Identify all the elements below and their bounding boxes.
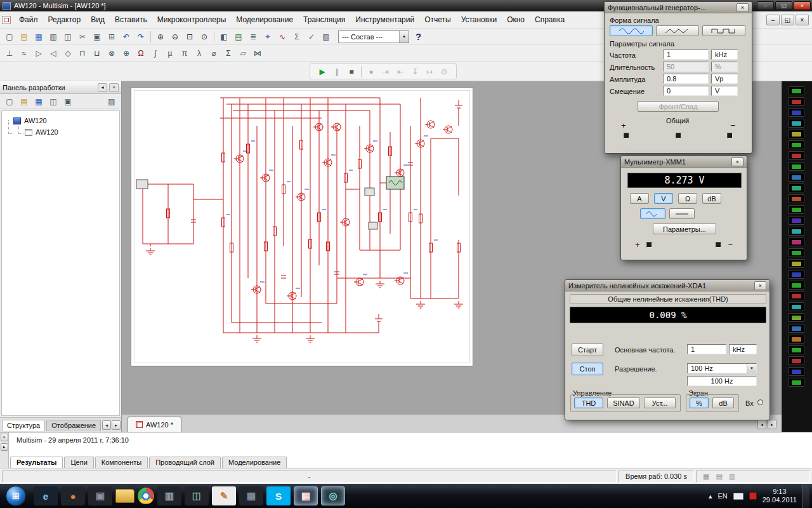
spreadsheet-icon[interactable]: ▤ — [232, 30, 246, 43]
place-basic-icon[interactable]: ≈ — [17, 47, 31, 60]
mdi-restore-button[interactable]: ◱ — [781, 15, 794, 25]
postprocessor-icon[interactable]: Σ — [290, 30, 304, 43]
place-analog-icon[interactable]: ◇ — [61, 47, 75, 60]
spreadsheet-expand-icon[interactable]: ▸ — [1, 443, 8, 451]
place-hierarchical-icon[interactable]: ▱ — [236, 47, 250, 60]
explorer-folder-icon[interactable] — [115, 489, 134, 503]
fundamental-freq-unit[interactable]: kHz — [729, 344, 757, 354]
square-wave-button[interactable] — [702, 25, 745, 36]
breakpoint-icon[interactable]: ⊙ — [437, 65, 451, 78]
instrument-icon[interactable] — [789, 140, 804, 149]
place-transistor-icon[interactable]: ◁ — [46, 47, 60, 60]
place-misc-icon[interactable]: µ — [163, 47, 177, 60]
tray-expand-icon[interactable]: ▴ — [709, 492, 712, 500]
step-into-icon[interactable]: ⇥ — [379, 65, 393, 78]
resolution-dropdown-arrow-icon[interactable]: ▾ — [747, 364, 756, 373]
instrument-icon[interactable] — [789, 378, 804, 387]
ohm-mode-button[interactable]: Ω — [678, 193, 697, 204]
in-use-list-combo[interactable]: --- Состав --- ▾ — [338, 30, 409, 43]
place-bus-icon[interactable]: ⋈ — [251, 47, 265, 60]
record-icon[interactable]: ● — [364, 65, 378, 78]
document-tab-aw120[interactable]: AW120 * — [128, 417, 181, 432]
menu-file[interactable]: Файл — [14, 13, 43, 27]
tab-copper-layer[interactable]: Проводящий слой — [149, 457, 221, 468]
instrument-icon[interactable] — [789, 313, 804, 322]
menu-reports[interactable]: Отчеты — [419, 13, 455, 27]
instrument-icon[interactable] — [789, 367, 804, 376]
app-window-icon[interactable]: ▣ — [88, 486, 112, 505]
menu-tools[interactable]: Инструментарий — [350, 13, 419, 27]
place-mixed-icon[interactable]: ⊕ — [119, 47, 133, 60]
function-generator-titlebar[interactable]: Функциональный генератор-... × — [605, 2, 752, 13]
place-power-icon[interactable]: ∫ — [148, 47, 162, 60]
xda-input-terminal[interactable] — [757, 399, 763, 405]
thd-button[interactable]: THD — [574, 398, 603, 408]
tree-item-project[interactable]: AW120 — [3, 115, 118, 126]
paste-icon[interactable]: ⊞ — [105, 30, 119, 43]
instrument-icon[interactable] — [789, 162, 804, 171]
mdi-minimize-button[interactable]: – — [766, 15, 780, 25]
document-icon[interactable] — [2, 16, 11, 24]
menu-edit[interactable]: Редактор — [43, 13, 86, 27]
ac-mode-button[interactable] — [640, 208, 665, 219]
place-indicator-icon[interactable]: Ω — [134, 47, 148, 60]
stop-icon[interactable]: ■ — [344, 65, 358, 78]
instrument-icon[interactable] — [789, 270, 804, 279]
place-cmos-icon[interactable]: ⊔ — [90, 47, 104, 60]
fg-plus-terminal[interactable] — [624, 133, 629, 138]
rename-icon[interactable]: ▣ — [61, 95, 75, 108]
tab-hierarchy[interactable]: Структура — [2, 420, 45, 431]
spreadsheet-close-icon[interactable]: × — [1, 434, 8, 441]
tabs-scroll-left-icon[interactable]: ◂ — [102, 420, 111, 430]
instrument-icon[interactable] — [789, 248, 804, 257]
instrument-icon[interactable] — [789, 335, 804, 344]
design-toolbox-icon[interactable]: ◧ — [217, 30, 231, 43]
schematic-sheet[interactable] — [131, 87, 473, 366]
component-wizard-icon[interactable]: ✦ — [261, 30, 275, 43]
instrument-icon[interactable] — [789, 356, 804, 365]
ie-icon[interactable]: e — [34, 486, 58, 505]
fg-minus-terminal[interactable] — [727, 133, 733, 138]
xda-titlebar[interactable]: Измеритель нелинейных искажений-XDA1 × — [565, 280, 769, 291]
tree-item-schematic[interactable]: AW120 — [3, 126, 118, 138]
instrument-icon[interactable] — [789, 281, 804, 290]
xmm-minus-terminal[interactable] — [716, 242, 721, 248]
xmm-close-icon[interactable]: × — [731, 157, 743, 166]
multimeter-params-button[interactable]: Параметры... — [653, 224, 716, 234]
instrument-icon[interactable] — [789, 108, 804, 117]
instrument-icon[interactable] — [789, 237, 804, 246]
instrument-icon[interactable] — [789, 205, 804, 214]
graphics-task-icon[interactable]: ◎ — [321, 486, 345, 505]
sine-wave-button[interactable] — [610, 25, 653, 36]
place-rf-icon[interactable]: π — [178, 47, 192, 60]
grapher-icon[interactable]: ∿ — [275, 30, 289, 43]
instrument-icon[interactable] — [789, 324, 804, 333]
capture-area-icon[interactable]: ▧ — [319, 30, 333, 43]
tab-nets[interactable]: Цепи — [64, 457, 93, 468]
offset-unit[interactable]: V — [711, 86, 738, 96]
instrument-icon[interactable] — [789, 86, 804, 95]
start-button[interactable]: Старт — [572, 344, 603, 356]
instrument-icon[interactable] — [789, 130, 804, 138]
minimize-button[interactable]: – — [757, 1, 774, 10]
tab-components[interactable]: Компоненты — [95, 457, 148, 468]
dc-mode-button[interactable] — [669, 208, 695, 219]
instrument-icon[interactable] — [789, 97, 804, 106]
instrument-icon[interactable] — [789, 119, 804, 128]
xmm-plus-terminal[interactable] — [646, 242, 652, 248]
mdi-close-button[interactable]: × — [796, 15, 809, 25]
print-icon[interactable]: ▥ — [46, 30, 60, 43]
amplitude-input[interactable]: 0.8 — [663, 74, 709, 84]
instrument-icon[interactable] — [789, 151, 804, 160]
menu-window[interactable]: Окно — [502, 13, 530, 27]
zoom-area-icon[interactable]: ⊡ — [183, 30, 197, 43]
maximize-button[interactable]: ◱ — [775, 1, 792, 10]
app-dark-icon-2[interactable]: ◫ — [185, 486, 209, 505]
ampere-mode-button[interactable]: A — [630, 193, 649, 204]
fg-close-icon[interactable]: × — [737, 3, 749, 12]
triangle-wave-button[interactable] — [656, 25, 699, 36]
menu-mcu[interactable]: Микроконтроллеры — [152, 13, 232, 27]
place-connector-icon[interactable]: ⌀ — [207, 47, 221, 60]
print-preview-icon[interactable]: ◫ — [61, 30, 75, 43]
place-diode-icon[interactable]: ▷ — [32, 47, 46, 60]
